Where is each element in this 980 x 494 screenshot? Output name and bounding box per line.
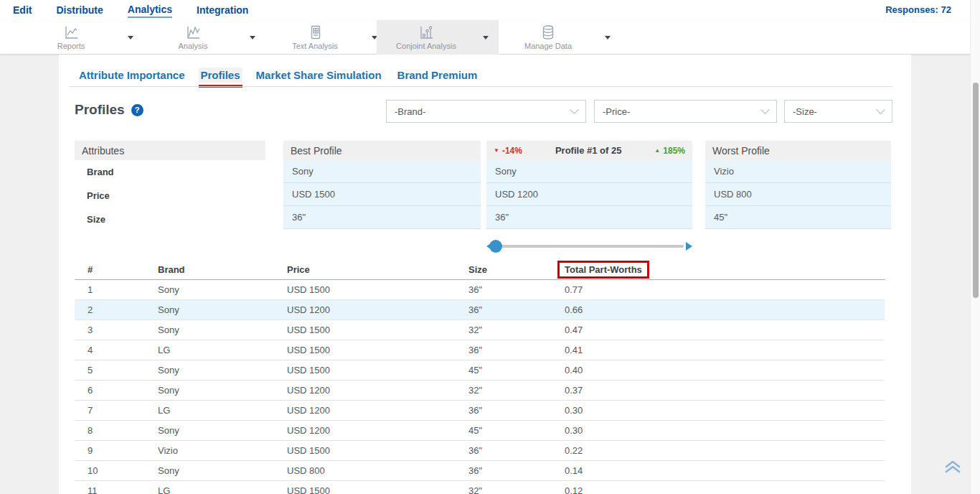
- cell-brand: Sony: [145, 284, 274, 295]
- page-title: Profiles: [75, 102, 125, 118]
- chevron-down-icon: [570, 105, 579, 114]
- conjoint-tabs: Attribute Importance Profiles Market Sha…: [77, 67, 479, 83]
- cell-size: 36": [456, 304, 552, 315]
- nav-item-edit[interactable]: Edit: [13, 3, 32, 17]
- slider-track[interactable]: [495, 245, 684, 248]
- toolbar-button-reports[interactable]: Reports: [22, 20, 143, 55]
- cell-total-part-worths: 0.12: [552, 485, 885, 494]
- nav-item-distribute[interactable]: Distribute: [56, 3, 103, 17]
- cell-brand: Sony: [145, 425, 274, 436]
- table-row[interactable]: 2 Sony USD 1200 36" 0.66: [75, 300, 885, 320]
- toolbar-button-label: Analysis: [179, 42, 208, 50]
- cell-size: 45": [456, 425, 552, 436]
- toolbar-button-text-analysis[interactable]: Text Analysis: [265, 20, 387, 55]
- current-profile-price: USD 1200: [486, 183, 692, 206]
- cell-price: USD 800: [274, 465, 456, 476]
- cell-size: 32": [456, 485, 552, 494]
- toolbar-button-label: Conjoint Analysis: [396, 42, 456, 50]
- best-profile-brand: Sony: [283, 160, 481, 183]
- price-filter-value: -Price-: [603, 106, 630, 117]
- scrollbar-thumb[interactable]: [973, 83, 979, 298]
- worst-profile-price: USD 800: [705, 183, 891, 206]
- next-profile-arrow[interactable]: [686, 242, 692, 251]
- cell-number: 2: [75, 304, 145, 315]
- tab-brand-premium[interactable]: Brand Premium: [395, 67, 480, 83]
- toolbar-button-label: Text Analysis: [292, 42, 338, 50]
- toolbar-button-manage-data[interactable]: Manage Data: [499, 20, 621, 55]
- toolbar-button-analysis[interactable]: Analysis: [143, 20, 265, 55]
- cell-total-part-worths: 0.22: [552, 445, 885, 456]
- table-row[interactable]: 6 Sony USD 1200 32" 0.37: [75, 381, 885, 401]
- attributes-column: Attributes Brand Price Size: [75, 141, 265, 231]
- current-profile-column: ▼ -14% Profile #1 of 25 ▲ 185% Sony USD …: [486, 141, 692, 229]
- dropdown-caret-icon[interactable]: [128, 36, 133, 39]
- slider-handle[interactable]: [489, 240, 502, 253]
- cell-size: 36": [456, 445, 552, 456]
- cell-price: USD 1500: [274, 284, 456, 295]
- table-row[interactable]: 1 Sony USD 1500 36" 0.77: [75, 280, 885, 300]
- column-header-size: Size: [456, 264, 552, 275]
- cell-number: 9: [75, 445, 145, 456]
- cell-price: USD 1200: [274, 405, 456, 416]
- cell-total-part-worths: 0.47: [552, 325, 885, 335]
- cell-number: 11: [75, 485, 145, 494]
- price-filter-select[interactable]: -Price-: [594, 100, 777, 123]
- profile-increase-badge: ▲ 185%: [654, 146, 685, 156]
- tab-attribute-importance[interactable]: Attribute Importance: [77, 67, 187, 83]
- dropdown-caret-icon[interactable]: [250, 36, 255, 39]
- cell-price: USD 1500: [274, 345, 456, 355]
- table-row[interactable]: 3 Sony USD 1500 32" 0.47: [75, 320, 885, 340]
- chevron-down-icon: [876, 105, 885, 114]
- table-row[interactable]: 9 Vizio USD 1500 36" 0.22: [75, 441, 885, 461]
- cell-number: 3: [75, 325, 145, 335]
- cell-price: USD 1200: [274, 304, 456, 315]
- current-profile-size: 36": [486, 206, 692, 229]
- current-profile-title: Profile #1 of 25: [555, 145, 621, 156]
- profiles-table: # Brand Price Size Total Part-Worths 1 S…: [75, 260, 885, 494]
- worst-profile-brand: Vizio: [705, 160, 891, 183]
- analytics-toolbar: Reports Analysis Text Analysis: [0, 20, 980, 55]
- current-profile-brand: Sony: [486, 160, 692, 183]
- tab-profiles[interactable]: Profiles: [199, 67, 242, 83]
- size-filter-select[interactable]: -Size-: [784, 100, 892, 123]
- cell-total-part-worths: 0.40: [552, 365, 885, 376]
- toolbar-button-conjoint-analysis[interactable]: Conjoint Analysis: [377, 20, 499, 55]
- cell-price: USD 1500: [274, 445, 456, 456]
- table-row[interactable]: 8 Sony USD 1200 45" 0.30: [75, 421, 885, 441]
- scroll-to-top-icon[interactable]: [944, 460, 961, 474]
- tab-market-share-simulation[interactable]: Market Share Simulation: [254, 67, 384, 83]
- table-row[interactable]: 7 LG USD 1200 36" 0.30: [75, 401, 885, 421]
- nav-item-integration[interactable]: Integration: [197, 3, 248, 17]
- profile-slider: [486, 238, 692, 255]
- cell-size: 36": [456, 284, 552, 295]
- cell-brand: Sony: [145, 365, 274, 376]
- table-row[interactable]: 5 Sony USD 1500 45" 0.40: [75, 360, 885, 381]
- table-body: 1 Sony USD 1500 36" 0.77 2 Sony USD 1200…: [75, 280, 885, 494]
- cell-total-part-worths: 0.41: [552, 345, 885, 355]
- table-row[interactable]: 11 LG USD 1500 32" 0.12: [75, 481, 885, 494]
- cell-brand: Sony: [145, 325, 274, 335]
- cell-size: 32": [456, 325, 552, 335]
- responses-count[interactable]: Responses: 72: [885, 4, 951, 15]
- scrollbar-track[interactable]: [970, 0, 980, 494]
- cell-number: 5: [75, 365, 145, 376]
- trend-chart-icon: [185, 24, 201, 40]
- dropdown-caret-icon[interactable]: [605, 36, 611, 39]
- cell-number: 8: [75, 425, 145, 436]
- table-row[interactable]: 10 Sony USD 800 36" 0.14: [75, 461, 885, 481]
- cell-total-part-worths: 0.30: [552, 405, 885, 416]
- dropdown-caret-icon[interactable]: [483, 36, 489, 39]
- cell-price: USD 1500: [274, 365, 456, 376]
- cell-brand: Sony: [145, 465, 274, 476]
- brand-filter-select[interactable]: -Brand-: [386, 100, 586, 123]
- size-filter-value: -Size-: [793, 106, 817, 117]
- cell-number: 6: [75, 385, 145, 396]
- annotation-highlight-box: Total Part-Worths: [557, 261, 649, 279]
- table-row[interactable]: 4 LG USD 1500 36" 0.41: [75, 340, 885, 360]
- text-document-icon: [307, 24, 323, 40]
- chevron-down-icon: [760, 105, 770, 114]
- nav-item-analytics[interactable]: Analytics: [128, 2, 172, 18]
- down-arrow-icon: ▼: [494, 147, 499, 154]
- column-header-price: Price: [274, 264, 456, 275]
- help-icon[interactable]: ?: [131, 104, 143, 116]
